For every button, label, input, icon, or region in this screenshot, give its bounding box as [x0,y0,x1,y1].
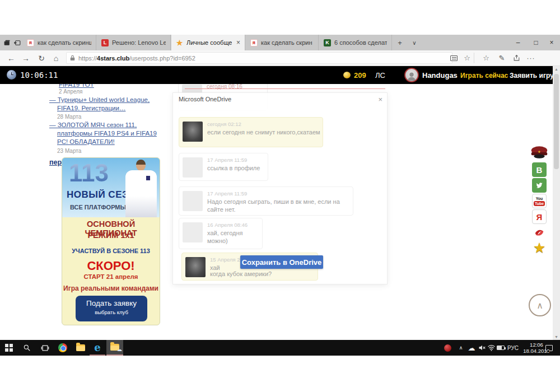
close-window-button[interactable]: × [543,35,560,50]
language-indicator[interactable]: РУС [505,340,521,356]
banner-top: 113 НОВЫЙ СЕЗОН ВСЕ ПЛАТФОРМЫ [62,158,160,217]
share-button[interactable] [510,50,523,66]
header-time: 10:06:11 [20,71,58,80]
start-button[interactable] [1,340,17,356]
tab-screenshot-notebook[interactable]: я как сделать скрин на ноут [246,35,319,50]
news-link-golden-ball[interactable]: — ЗОЛОТОЙ МЯЧ сезон 111, платформы FIFA1… [49,121,162,146]
chrome-logo [58,343,67,352]
refresh-button[interactable]: ↻ [35,50,48,66]
onedrive-cloud-badge: ☁ [117,347,122,352]
message: 17 Апреля 11:59 ссылка в профиле [179,153,268,181]
edge-logo: e [94,342,100,353]
message-text: Надо сегодня сыграть, пиши в вк мне, есл… [207,198,351,213]
apply-button[interactable]: Подать заявку выбрать клуб [76,296,147,321]
unread-divider [185,88,385,89]
search-button[interactable] [19,340,35,356]
username[interactable]: Handugas [422,71,458,80]
forward-button[interactable]: → [19,50,32,66]
onedrive-cloud-icon[interactable]: ☁ [466,340,477,356]
message: сегодня 02:12 если сегодня не снимут ник… [179,117,323,147]
4stars-favicon: ★ [176,39,183,46]
player-head [136,160,146,171]
avatar [183,157,203,178]
chevron-up-icon: ∧ [536,300,543,311]
lock-icon [70,55,75,61]
hub-favorites-button[interactable]: ☆ [479,50,493,66]
battery-icon[interactable] [495,340,506,356]
edge-icon[interactable]: e [90,340,105,356]
url-scheme: https:// [78,55,97,62]
scroll-top-button[interactable]: ∧ [529,294,551,316]
player-image [124,159,158,217]
person-icon [405,70,418,82]
home-button[interactable]: ⌂ [49,50,63,66]
message-text: если сегодня не снимут никого,скатаем [207,128,320,136]
site-header: 10:06:11 209 ЛС Handugas Играть сейчас З… [0,66,560,84]
scrollbar-down-arrow[interactable]: ▼ [553,335,560,339]
vk-icon[interactable]: В [532,162,547,177]
scrollbar-up-arrow[interactable]: ▲ [553,67,560,71]
set-tabs-aside-icon[interactable] [12,35,22,50]
news-date: 2 Апреля [59,88,82,95]
twitter-icon[interactable] [532,178,547,193]
user-avatar[interactable] [404,68,419,82]
private-messages-link[interactable]: ЛС [375,71,385,80]
real-teams-label: Игра реальными командами [62,284,160,292]
tabs-preview-icon[interactable] [2,35,12,50]
maximize-button[interactable]: □ [528,35,544,50]
tab-lenovo-forum[interactable]: L Решено: Lenovo Legion Y5: [97,35,171,50]
message: 16 Апреля 08:46 хай, сегодня можно) [179,218,263,249]
chrome-icon[interactable] [55,340,71,356]
save-to-onedrive-button[interactable]: Сохранить в OneDrive [240,255,323,269]
tab-six-ways[interactable]: K 6 способов сделать скрин [319,35,392,50]
submit-game-link[interactable]: Заявить игру [510,72,554,80]
minimize-button[interactable]: – [510,35,526,50]
url-path: /userposts.php?id=6952 [129,55,195,62]
address-bar[interactable]: https://4stars.club/userposts.php?id=695… [66,52,452,64]
news-date: 28 Марта [57,114,81,120]
military-cap-icon[interactable] [530,146,549,159]
more-actions-button[interactable]: ··· [524,50,538,66]
action-center-icon[interactable] [542,340,556,356]
add-favorite-button[interactable]: ☆ [460,50,474,66]
star-icon[interactable]: ★ [532,241,547,255]
tab-label: Решено: Lenovo Legion Y5: [112,39,166,46]
play-now-link[interactable]: Играть сейчас [460,72,508,80]
choose-club-label: выбрать клуб [76,309,147,315]
tab-close-button[interactable]: × [235,39,240,46]
page-scrollbar[interactable]: ▲ ▼ [553,66,560,340]
screenshot-app-icon[interactable]: ☁ [106,340,123,356]
task-view-icon [41,344,49,352]
reading-view-button[interactable] [447,50,460,66]
yandex-icon[interactable]: Я [532,209,547,224]
dialog-close-button[interactable]: × [378,95,382,104]
scrollbar-thumb[interactable] [554,74,559,169]
file-explorer-icon[interactable] [73,340,88,356]
new-tab-button[interactable]: + [393,35,407,50]
tab-list-button[interactable]: ∨ [408,35,421,50]
yandex-favicon: я [250,39,258,46]
message-time: сегодня 02:12 [207,121,241,127]
news-link-tournaments[interactable]: — Турниры+ United world League, FIFA19. … [49,96,162,113]
season-number: 113 [69,159,109,187]
tab-screenshot-laptop[interactable]: я как сделать скриншот на л [22,35,96,50]
avatar [183,191,203,211]
season-banner[interactable]: 113 НОВЫЙ СЕЗОН ВСЕ ПЛАТФОРМЫ ОСНОВНОЙ Ч… [62,157,160,325]
antivirus-tray-icon[interactable] [442,340,452,356]
youtube-icon[interactable]: You Tube [532,194,547,208]
coins-count[interactable]: 209 [354,71,366,80]
web-note-button[interactable]: ✎ [495,50,508,66]
tray-chevron-icon[interactable]: ∧ [456,340,466,356]
tab-label: как сделать скриншот на л [38,39,91,46]
back-button[interactable]: ← [4,50,18,66]
red-emblem-icon[interactable] [532,225,547,240]
player-shirt [125,170,157,217]
task-view-button[interactable] [37,340,53,356]
soon-label: СКОРО! [62,259,160,273]
lenovo-favicon: L [101,39,109,46]
tab-label: Личные сообщения Н: [186,39,232,46]
tab-private-messages-active[interactable]: ★ Личные сообщения Н: × [171,35,245,50]
avatar [183,222,203,242]
apply-label: Подать заявку [76,299,147,307]
all-platforms-label: ВСЕ ПЛАТФОРМЫ [70,204,126,211]
